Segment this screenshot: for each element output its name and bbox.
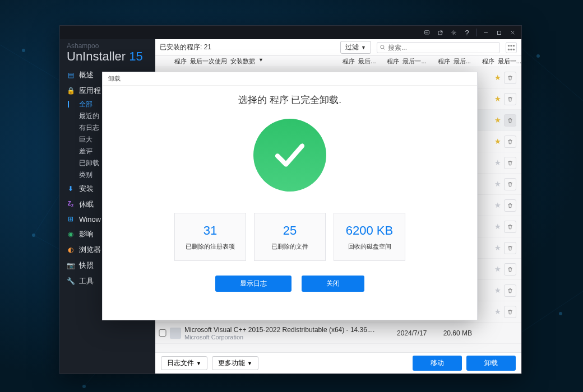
view-toggle[interactable] bbox=[506, 42, 517, 53]
sidebar-item-label: 安装 bbox=[79, 184, 94, 194]
sleep-icon: Zz bbox=[67, 200, 75, 208]
trash-icon[interactable] bbox=[504, 93, 516, 105]
installed-count: 已安装的程序: 21 bbox=[160, 43, 211, 52]
chevron-down-icon: ▼ bbox=[196, 361, 201, 366]
app-name: Microsoft Visual C++ 2015-2022 Redistrib… bbox=[184, 326, 397, 334]
svg-point-11 bbox=[536, 54, 540, 58]
svg-point-27 bbox=[510, 44, 512, 46]
trash-icon[interactable] bbox=[504, 178, 516, 190]
titlebar: ? bbox=[60, 26, 521, 39]
dialog-title: 卸载 bbox=[103, 72, 477, 86]
move-button[interactable]: 移动 bbox=[413, 356, 462, 371]
browser-icon: ◐ bbox=[67, 246, 75, 254]
svg-point-24 bbox=[381, 45, 384, 49]
snapshot-icon: 📷 bbox=[67, 262, 75, 269]
trash-icon[interactable] bbox=[504, 114, 516, 127]
search-input-wrap[interactable] bbox=[377, 42, 500, 53]
impact-icon: ◉ bbox=[67, 230, 75, 238]
svg-point-12 bbox=[559, 312, 562, 315]
svg-point-15 bbox=[425, 32, 426, 32]
help-icon[interactable]: ? bbox=[460, 26, 474, 39]
brand: Ashampoo UnInstaller 15 bbox=[60, 39, 155, 67]
stat-disk: 6200 KB 回收的磁盘空间 bbox=[334, 213, 405, 261]
sidebar-item-label: 概述 bbox=[79, 70, 94, 80]
app-icon bbox=[170, 328, 181, 339]
stat-registry: 31 已删除的注册表项 bbox=[174, 213, 246, 261]
install-date: 2024/7/17 bbox=[397, 329, 436, 337]
success-check-icon bbox=[253, 119, 326, 192]
svg-point-28 bbox=[513, 44, 515, 46]
trash-icon[interactable] bbox=[504, 136, 516, 148]
overview-icon: ▤ bbox=[67, 71, 75, 79]
svg-point-26 bbox=[508, 44, 510, 46]
chevron-down-icon: ▼ bbox=[361, 45, 366, 50]
dialog-headline: 选择的 程序 已完全卸载. bbox=[238, 94, 341, 106]
trash-icon[interactable] bbox=[504, 263, 516, 276]
svg-rect-21 bbox=[497, 31, 501, 34]
show-log-button[interactable]: 显示日志 bbox=[215, 276, 292, 292]
more-button[interactable]: 更多功能▼ bbox=[212, 356, 258, 370]
svg-point-6 bbox=[22, 49, 25, 52]
sidebar-item-label: Winow bbox=[79, 215, 101, 223]
feedback-icon[interactable] bbox=[420, 26, 433, 39]
view-icon bbox=[506, 43, 516, 53]
tools-icon: 🔧 bbox=[67, 277, 75, 285]
maximize-button[interactable] bbox=[492, 26, 506, 39]
column-headers: 程序最后一次使用安装数据▼ 程序最后... 程序最后一... 程序最后... 程… bbox=[155, 56, 521, 67]
trash-icon[interactable] bbox=[504, 72, 516, 84]
apps-icon: 🔒 bbox=[67, 87, 75, 95]
chevron-down-icon: ▼ bbox=[247, 361, 252, 366]
sidebar-item-label: 工具 bbox=[79, 276, 94, 286]
svg-point-19 bbox=[452, 31, 454, 33]
row-checkbox[interactable] bbox=[159, 329, 166, 337]
sidebar-item-label: 应用程 bbox=[79, 86, 101, 96]
windows-icon: ⊞ bbox=[67, 215, 75, 223]
svg-point-10 bbox=[82, 385, 86, 388]
search-input[interactable] bbox=[386, 44, 497, 52]
log-files-button[interactable]: 日志文件▼ bbox=[161, 356, 207, 370]
trash-icon[interactable] bbox=[504, 199, 516, 212]
svg-point-29 bbox=[508, 48, 510, 50]
table-row-visual-cpp[interactable]: Microsoft Visual C++ 2015-2022 Redistrib… bbox=[155, 323, 521, 344]
svg-point-16 bbox=[427, 32, 427, 32]
sidebar-item-label: 浏览器 bbox=[79, 245, 101, 255]
gear-icon[interactable] bbox=[447, 26, 460, 39]
sidebar-item-label: 快照 bbox=[79, 260, 94, 270]
sidebar-item-label: 影响 bbox=[79, 229, 94, 239]
filter-button[interactable]: 过滤 ▼ bbox=[340, 41, 371, 54]
trash-icon[interactable] bbox=[504, 306, 516, 318]
stat-files: 25 已删除的文件 bbox=[254, 213, 326, 261]
trash-icon[interactable] bbox=[504, 242, 516, 254]
svg-point-8 bbox=[32, 234, 35, 237]
minimize-button[interactable] bbox=[479, 26, 492, 39]
install-icon: ⬇ bbox=[67, 185, 75, 193]
bottombar: 日志文件▼ 更多功能▼ 移动 卸载 bbox=[155, 352, 521, 374]
close-dialog-button[interactable]: 关闭 bbox=[302, 276, 364, 292]
app-vendor: Microsoft Corporation bbox=[184, 334, 397, 340]
uninstall-complete-dialog: 卸载 选择的 程序 已完全卸载. 31 已删除的注册表项 25 已删除的文件 6… bbox=[102, 72, 478, 320]
install-size: 20.60 MB bbox=[436, 329, 472, 337]
close-button[interactable] bbox=[506, 26, 519, 39]
external-icon[interactable] bbox=[433, 26, 447, 39]
svg-point-30 bbox=[510, 48, 512, 50]
uninstall-button[interactable]: 卸载 bbox=[466, 356, 516, 371]
trash-icon[interactable] bbox=[504, 157, 516, 169]
svg-point-31 bbox=[513, 48, 515, 50]
search-icon bbox=[380, 44, 386, 50]
trash-icon[interactable] bbox=[504, 284, 516, 297]
toolbar: 已安装的程序: 21 过滤 ▼ bbox=[155, 39, 521, 56]
trash-icon[interactable] bbox=[504, 221, 516, 233]
sidebar-item-label: 休眠 bbox=[79, 199, 94, 209]
svg-line-25 bbox=[383, 48, 385, 49]
svg-point-17 bbox=[427, 32, 428, 32]
